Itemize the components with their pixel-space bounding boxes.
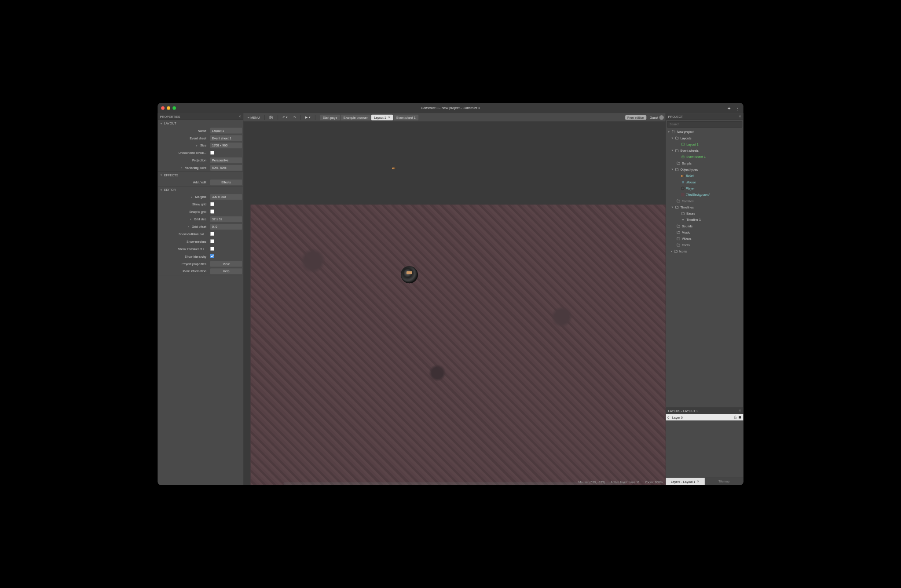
expand-icon[interactable]: ▸ (188, 225, 189, 228)
label-collision: Show collision pol... (157, 232, 209, 236)
chevron-down-icon[interactable]: ▼ (160, 122, 163, 125)
label-translucent: Show translucent i... (157, 247, 209, 251)
guest-account[interactable]: Guest (650, 115, 664, 120)
close-icon[interactable]: ✕ (739, 409, 741, 412)
window-controls (161, 106, 176, 110)
tree-eventsheets[interactable]: ▼Event sheets (666, 147, 741, 153)
expand-icon[interactable]: ▸ (196, 144, 198, 147)
tree-timelines[interactable]: ▼Timelines (666, 204, 741, 210)
svg-rect-8 (734, 417, 736, 419)
layout-canvas[interactable]: Mouse: (530, -333) Active layer: Layer 0… (243, 122, 665, 485)
tree-layout1[interactable]: Layout 1 (666, 141, 741, 147)
expand-icon[interactable]: ▸ (181, 166, 182, 169)
tree-scripts[interactable]: Scripts (666, 160, 741, 166)
maximize-window-icon[interactable] (172, 106, 176, 110)
tree-fonts[interactable]: Fonts (666, 242, 741, 248)
visibility-icon[interactable] (738, 416, 742, 419)
main-toolbar: ≡ MENU ↶ ▾ ↷ ▶ ▾ Start page Example brow… (243, 113, 665, 122)
checkbox-collision[interactable] (210, 232, 214, 236)
player-object[interactable] (401, 266, 418, 283)
tree-music[interactable]: Music (666, 229, 741, 235)
tab-tilemap[interactable]: Tilemap (705, 478, 744, 485)
tree-eventsheet1[interactable]: Event sheet 1 (666, 154, 741, 160)
layer-name: Layer 0 (672, 416, 683, 419)
bullet-object[interactable] (392, 168, 396, 169)
chevron-down-icon[interactable]: ▼ (160, 188, 163, 191)
label-gridsize: Grid size (194, 218, 206, 221)
search-input[interactable] (667, 121, 742, 128)
select-eventsheet[interactable]: Event sheet 1 (210, 135, 242, 141)
input-gridsize[interactable] (210, 216, 242, 222)
close-icon[interactable]: ✕ (739, 115, 741, 118)
tree-bullet[interactable]: Bullet (666, 173, 741, 179)
folder-icon (677, 243, 681, 247)
checkbox-snapgrid[interactable] (210, 209, 214, 213)
menu-button[interactable]: ≡ MENU (245, 114, 262, 120)
section-effects: EFFECTS (164, 174, 179, 177)
tab-layout[interactable]: Layout 1✕ (371, 114, 393, 120)
help-button[interactable]: Help (210, 268, 242, 274)
tree-mouse[interactable]: Mouse (666, 179, 741, 185)
tree-videos[interactable]: Videos (666, 236, 741, 242)
tree-timeline1[interactable]: Timeline 1 (666, 217, 741, 223)
timeline-icon (681, 218, 685, 222)
tree-icons[interactable]: ▸Icons (666, 248, 741, 254)
lock-icon[interactable] (734, 416, 737, 419)
extension-icon[interactable]: ✦ (727, 106, 731, 111)
close-tab-icon[interactable]: ✕ (388, 116, 390, 119)
tree-eases[interactable]: Eases (666, 210, 741, 216)
view-button[interactable]: View (210, 261, 242, 267)
input-margins[interactable] (210, 194, 242, 200)
layer-row[interactable]: 0 Layer 0 (666, 414, 743, 420)
checkbox-unbounded[interactable] (210, 151, 214, 155)
input-gridoffset[interactable] (210, 224, 242, 230)
tree-layouts[interactable]: ▼Layouts (666, 135, 741, 141)
folder-icon (675, 136, 679, 140)
tab-examples[interactable]: Example browser (341, 114, 370, 120)
tiled-background-object[interactable] (251, 205, 666, 485)
input-vanishing[interactable] (210, 165, 242, 171)
kebab-menu-icon[interactable]: ⋮ (735, 106, 740, 111)
tree-objecttypes[interactable]: ▼Object types (666, 166, 741, 172)
checkbox-translucent[interactable] (210, 247, 214, 251)
checkbox-showgrid[interactable] (210, 202, 214, 206)
project-tree: ▼New project ▼Layouts Layout 1 ▼Event sh… (666, 128, 741, 407)
free-edition-badge[interactable]: Free edition (625, 115, 646, 120)
minimize-window-icon[interactable] (167, 106, 170, 110)
tree-tiledbg[interactable]: TiledBackground (666, 191, 741, 197)
save-button[interactable] (267, 114, 276, 121)
tab-layers[interactable]: Layers - Layout 1✕ (666, 478, 704, 485)
tab-event[interactable]: Event sheet 1 (394, 114, 419, 120)
tree-families[interactable]: Families (666, 198, 741, 204)
select-projection[interactable]: Perspective (210, 157, 242, 163)
label-eventsheet: Event sheet (157, 136, 209, 140)
play-button[interactable]: ▶ ▾ (303, 114, 312, 121)
close-icon[interactable]: ✕ (238, 115, 241, 118)
effects-button[interactable]: Effects (210, 179, 242, 185)
tree-player[interactable]: Player (666, 185, 741, 191)
folder-icon (675, 205, 679, 209)
expand-icon[interactable]: ▸ (190, 218, 191, 221)
folder-icon (675, 149, 679, 153)
horizontal-scrollbar[interactable] (283, 482, 625, 486)
tree-sounds[interactable]: Sounds (666, 223, 741, 229)
chevron-down-icon[interactable]: ▼ (160, 174, 163, 177)
input-name[interactable] (210, 128, 242, 134)
close-tab-icon[interactable]: ✕ (697, 480, 700, 483)
folder-icon (677, 199, 681, 203)
input-size[interactable] (210, 142, 242, 148)
tree-root[interactable]: ▼New project (666, 128, 741, 135)
close-window-icon[interactable] (161, 106, 165, 110)
undo-button[interactable]: ↶ ▾ (280, 114, 290, 121)
folder-icon (675, 168, 679, 172)
redo-button[interactable]: ↷ (291, 114, 298, 121)
label-unbounded: Unbounded scrolli... (157, 151, 209, 155)
mouse-icon (681, 180, 685, 184)
checkbox-hierarchy[interactable] (210, 254, 214, 258)
label-name: Name (157, 129, 209, 132)
tab-start[interactable]: Start page (320, 114, 340, 120)
svg-rect-4 (682, 181, 684, 183)
label-showgrid: Show grid (157, 203, 209, 206)
expand-icon[interactable]: ▸ (191, 196, 192, 199)
checkbox-meshes[interactable] (210, 239, 214, 243)
